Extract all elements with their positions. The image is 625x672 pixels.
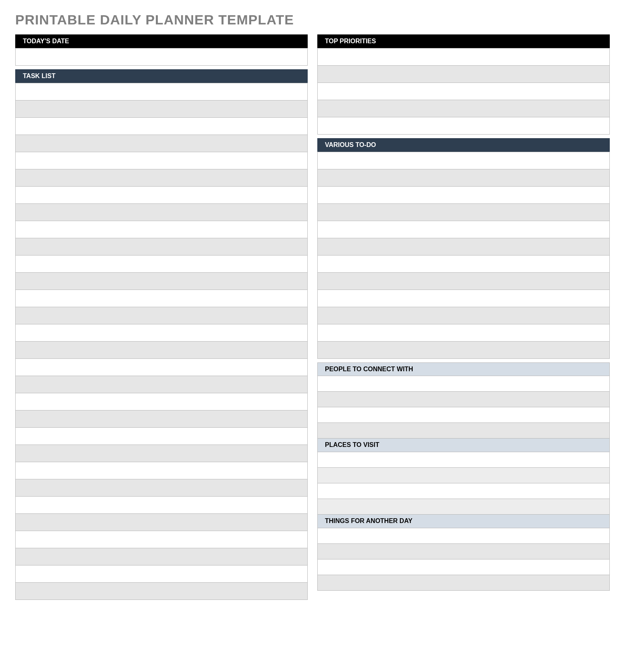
task-list-row[interactable] <box>15 238 308 256</box>
task-list-row[interactable] <box>15 272 308 290</box>
task-list-row[interactable] <box>15 427 308 445</box>
task-list-row[interactable] <box>15 565 308 583</box>
top-priorities-row[interactable] <box>317 100 610 117</box>
task-list-row[interactable] <box>15 393 308 410</box>
task-list-row[interactable] <box>15 324 308 342</box>
top-priorities-header: TOP PRIORITIES <box>317 34 610 48</box>
things-another-day-header: THINGS FOR ANOTHER DAY <box>317 514 610 528</box>
todays-date-header: TODAY'S DATE <box>15 34 308 48</box>
various-todo-row[interactable] <box>317 307 610 324</box>
various-todo-header: VARIOUS TO-DO <box>317 138 610 152</box>
various-todo-row[interactable] <box>317 255 610 273</box>
task-list-row[interactable] <box>15 186 308 204</box>
various-todo-row[interactable] <box>317 290 610 307</box>
things-another-day-row[interactable] <box>317 559 610 575</box>
task-list-row[interactable] <box>15 221 308 238</box>
task-list-row[interactable] <box>15 203 308 221</box>
top-priorities-row[interactable] <box>317 117 610 135</box>
task-list-row[interactable] <box>15 582 308 600</box>
people-to-connect-row[interactable] <box>317 391 610 407</box>
various-todo-row[interactable] <box>317 186 610 204</box>
todays-date-row[interactable] <box>15 48 308 66</box>
various-todo-row[interactable] <box>317 272 610 290</box>
task-list-row[interactable] <box>15 410 308 428</box>
places-to-visit-row[interactable] <box>317 499 610 515</box>
task-list-row[interactable] <box>15 548 308 565</box>
task-list-row[interactable] <box>15 462 308 479</box>
task-list-row[interactable] <box>15 152 308 169</box>
page-title: PRINTABLE DAILY PLANNER TEMPLATE <box>15 12 610 28</box>
task-list-row[interactable] <box>15 83 308 101</box>
top-priorities-row[interactable] <box>317 48 610 66</box>
things-another-day-row[interactable] <box>317 575 610 591</box>
right-column: TOP PRIORITIES VARIOUS TO-DO PEOPLE TO C… <box>317 35 610 600</box>
things-another-day-row[interactable] <box>317 528 610 544</box>
task-list-row[interactable] <box>15 290 308 307</box>
people-to-connect-row[interactable] <box>317 423 610 439</box>
various-todo-row[interactable] <box>317 324 610 342</box>
various-todo-row[interactable] <box>317 152 610 169</box>
various-todo-row[interactable] <box>317 169 610 187</box>
people-to-connect-row[interactable] <box>317 376 610 392</box>
task-list-row[interactable] <box>15 513 308 531</box>
places-to-visit-row[interactable] <box>317 452 610 468</box>
planner-columns: TODAY'S DATE TASK LIST <box>15 35 610 600</box>
places-to-visit-row[interactable] <box>317 467 610 483</box>
various-todo-row[interactable] <box>317 341 610 359</box>
task-list-row[interactable] <box>15 479 308 497</box>
people-to-connect-header: PEOPLE TO CONNECT WITH <box>317 362 610 376</box>
left-column: TODAY'S DATE TASK LIST <box>15 35 308 600</box>
task-list-row[interactable] <box>15 117 308 135</box>
top-priorities-row[interactable] <box>317 65 610 83</box>
task-list-row[interactable] <box>15 445 308 462</box>
things-another-day-row[interactable] <box>317 543 610 559</box>
task-list-row[interactable] <box>15 169 308 187</box>
task-list-row[interactable] <box>15 255 308 273</box>
task-list-row[interactable] <box>15 358 308 376</box>
places-to-visit-header: PLACES TO VISIT <box>317 438 610 452</box>
top-priorities-row[interactable] <box>317 82 610 100</box>
task-list-row[interactable] <box>15 100 308 118</box>
task-list-row[interactable] <box>15 531 308 548</box>
task-list-header: TASK LIST <box>15 69 308 83</box>
places-to-visit-row[interactable] <box>317 483 610 499</box>
various-todo-row[interactable] <box>317 203 610 221</box>
various-todo-row[interactable] <box>317 221 610 238</box>
various-todo-row[interactable] <box>317 238 610 256</box>
task-list-row[interactable] <box>15 307 308 324</box>
task-list-row[interactable] <box>15 376 308 393</box>
task-list-row[interactable] <box>15 496 308 514</box>
task-list-row[interactable] <box>15 341 308 359</box>
task-list-row[interactable] <box>15 135 308 152</box>
people-to-connect-row[interactable] <box>317 407 610 423</box>
